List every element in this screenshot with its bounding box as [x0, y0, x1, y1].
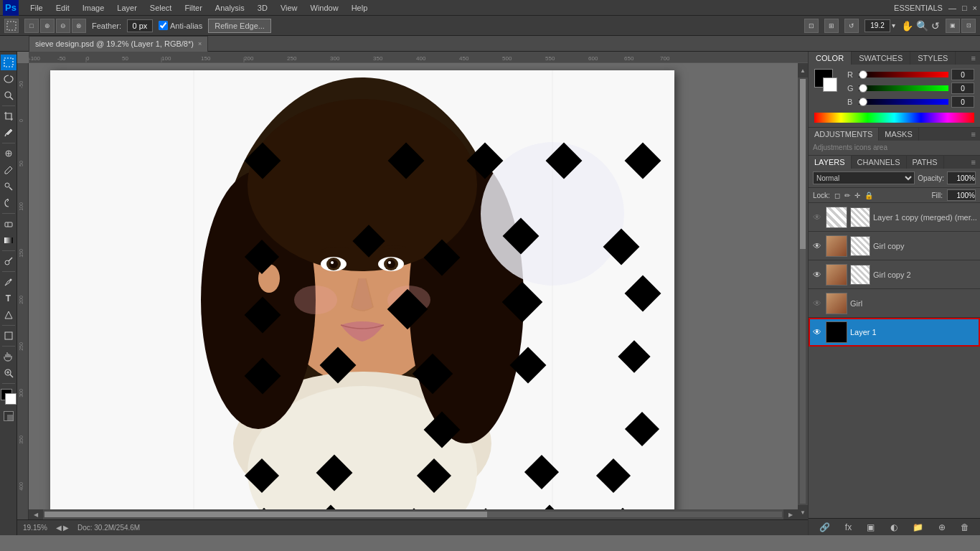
layer-styles-btn[interactable]: fx	[842, 521, 854, 534]
layer-girl-copy2-item[interactable]: 👁 Girl copy 2	[809, 260, 980, 289]
menu-select[interactable]: Select	[144, 2, 178, 14]
b-slider-track[interactable]	[859, 99, 948, 105]
window-close[interactable]: ×	[973, 4, 977, 12]
intersect-selection-btn[interactable]: ⊗	[72, 19, 86, 33]
zoom-tool-left[interactable]	[1, 365, 17, 381]
anti-alias-check[interactable]	[159, 21, 168, 30]
healing-brush-tool[interactable]	[1, 146, 17, 161]
new-layer-btn[interactable]: ⊕	[936, 521, 948, 534]
r-slider-track[interactable]	[859, 72, 948, 77]
hand-tool-icon[interactable]: ✋	[901, 20, 913, 32]
menu-view[interactable]: View	[275, 2, 303, 14]
layers-panel-menu[interactable]: ≡	[967, 156, 980, 169]
vscrollbar-thumb[interactable]	[800, 79, 806, 249]
dodge-tool[interactable]	[1, 253, 17, 269]
color-spectrum[interactable]	[814, 113, 974, 123]
scroll-right-btn[interactable]: ▶	[783, 509, 798, 519]
menu-file[interactable]: File	[24, 2, 49, 14]
arrange-icon-2[interactable]: ⊡	[961, 19, 976, 33]
ps-canvas[interactable]	[50, 70, 674, 519]
layer-mask-btn[interactable]: ▣	[864, 521, 877, 534]
new-selection-btn[interactable]: □	[24, 19, 39, 33]
adj-panel-menu[interactable]: ≡	[967, 128, 980, 141]
adjustment-layer-btn[interactable]: ◐	[887, 521, 900, 534]
swatches-tab[interactable]: SWATCHES	[852, 52, 910, 65]
gradient-tool[interactable]	[1, 232, 17, 248]
link-layers-btn[interactable]: 🔗	[816, 521, 833, 534]
lock-position-icon[interactable]: ✛	[854, 192, 860, 199]
add-selection-btn[interactable]: ⊕	[40, 19, 55, 33]
zoom-dropdown-icon[interactable]: ▾	[892, 22, 895, 29]
lock-image-icon[interactable]: ✏	[844, 192, 850, 199]
zoom-input[interactable]	[864, 19, 890, 32]
masks-tab[interactable]: MASKS	[879, 128, 919, 141]
background-color-swatch[interactable]	[5, 393, 17, 405]
menu-help[interactable]: Help	[346, 2, 374, 14]
rotate-tool-icon[interactable]: ↺	[931, 20, 940, 32]
prev-btn[interactable]: ◀	[56, 524, 62, 532]
opacity-input[interactable]	[947, 171, 976, 184]
feather-input[interactable]	[127, 19, 153, 32]
layers-tab-btn[interactable]: LAYERS	[809, 156, 852, 169]
channels-tab-btn[interactable]: CHANNELS	[852, 156, 907, 169]
layer-merged-item[interactable]: 👁 Layer 1 copy (merged) (mer...	[809, 203, 980, 232]
document-tab-close[interactable]: ×	[198, 40, 202, 47]
screen-mode-icon[interactable]: ⊞	[824, 19, 839, 33]
layer-merged-visibility[interactable]: 👁	[811, 212, 823, 223]
g-value-input[interactable]	[951, 83, 974, 94]
r-slider-thumb[interactable]	[859, 70, 867, 79]
refine-edge-button[interactable]: Refine Edge...	[208, 19, 271, 33]
color-tab[interactable]: COLOR	[809, 52, 852, 65]
vertical-scrollbar[interactable]: ▲ ▼	[798, 63, 808, 519]
subtract-selection-btn[interactable]: ⊖	[56, 19, 70, 33]
eraser-tool[interactable]	[1, 216, 17, 232]
layer-girl-item[interactable]: 👁 Girl	[809, 289, 980, 318]
color-swatches[interactable]	[1, 389, 17, 405]
scroll-up-btn[interactable]: ▲	[798, 63, 808, 77]
delete-layer-btn[interactable]: 🗑	[958, 521, 972, 534]
brush-tool[interactable]	[1, 162, 17, 178]
scrollbar-thumb[interactable]	[44, 512, 487, 517]
fill-input[interactable]	[947, 189, 976, 201]
scroll-down-btn[interactable]: ▼	[798, 505, 808, 519]
pen-tool[interactable]	[1, 274, 17, 290]
styles-tab[interactable]: STYLES	[910, 52, 956, 65]
menu-window[interactable]: Window	[305, 2, 344, 14]
layer-girl-copy-visibility[interactable]: 👁	[811, 240, 823, 252]
history-brush-tool[interactable]	[1, 195, 17, 211]
menu-analysis[interactable]: Analysis	[209, 2, 250, 14]
crop-tool[interactable]	[1, 108, 17, 124]
eyedropper-tool[interactable]	[1, 125, 17, 141]
paths-tab-btn[interactable]: PATHS	[907, 156, 944, 169]
menu-3d[interactable]: 3D	[252, 2, 273, 14]
menu-layer[interactable]: Layer	[111, 2, 143, 14]
scroll-area[interactable]: ◀ ▶	[29, 63, 798, 519]
layer-girl-copy-item[interactable]: 👁 Girl copy	[809, 232, 980, 260]
clone-stamp-tool[interactable]	[1, 179, 17, 194]
zoom-tool-icon[interactable]: 🔍	[916, 20, 928, 32]
color-panel-menu[interactable]: ≡	[967, 52, 980, 65]
scroll-left-btn[interactable]: ◀	[29, 509, 43, 519]
g-slider-track[interactable]	[859, 85, 948, 91]
quick-select-tool[interactable]	[1, 88, 17, 103]
menu-filter[interactable]: Filter	[179, 2, 207, 14]
new-group-btn[interactable]: 📁	[910, 521, 926, 534]
layer-girl-copy2-visibility[interactable]: 👁	[811, 269, 823, 281]
type-tool[interactable]: T	[1, 291, 17, 306]
layer-1-visibility[interactable]: 👁	[811, 326, 823, 338]
b-value-input[interactable]	[951, 96, 974, 108]
menu-image[interactable]: Image	[77, 2, 110, 14]
lasso-tool[interactable]	[1, 71, 17, 87]
vscrollbar-track[interactable]	[800, 79, 806, 504]
proxy-icon[interactable]: ⊡	[804, 19, 819, 33]
shape-tool[interactable]	[1, 328, 17, 344]
quick-mask-btn[interactable]	[1, 408, 17, 424]
g-slider-thumb[interactable]	[859, 84, 867, 93]
background-swatch[interactable]	[823, 77, 837, 92]
anti-alias-checkbox[interactable]: Anti-alias	[159, 21, 202, 30]
rotate-icon[interactable]: ↺	[844, 19, 859, 33]
marquee-tool[interactable]	[1, 55, 17, 70]
menu-edit[interactable]: Edit	[50, 2, 75, 14]
document-tab[interactable]: sieve design.psd @ 19.2% (Layer 1, RGB/8…	[29, 36, 208, 52]
fg-bg-swatches[interactable]	[814, 69, 843, 98]
